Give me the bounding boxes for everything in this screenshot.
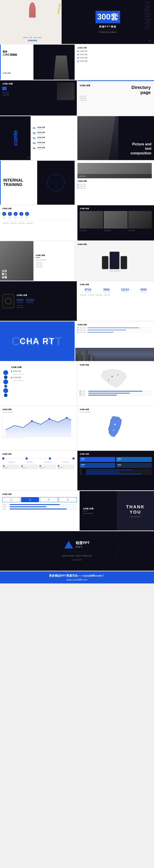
sn3: 12210 点击输入标题 <box>117 288 133 292</box>
logo-triangle-icon <box>64 541 73 549</box>
box-blue1: 点击输入 标题文字 <box>80 457 115 462</box>
toc-conte-slide: conte nt 01. 点击输入标题 点击输入内容 02. 点击输入标题 点击… <box>0 116 77 160</box>
num-step-3: 3 03. 点击输入 <box>14 212 18 219</box>
timeline-sub-row: 点击输入内容 点击输入内容 点击输入内容 点击输入内容 <box>2 464 75 469</box>
biz-slide: 商务 工作汇报模板 点击输入标题 rapides <box>0 44 75 80</box>
cover-row: 适合行业：商务、金融、科技等 更多精品资源 rapides 300套 高端PPT… <box>0 0 154 44</box>
l-item2: 点击输入标题 <box>80 97 152 99</box>
toc-entry-3: 03. 点击输入标题 点击输入内容 <box>33 136 74 140</box>
pic-text-title: Picture and text composition <box>130 142 151 156</box>
biz-click-title: 点击输入标题 <box>3 72 10 74</box>
dark-c-title: 点击输入标题 <box>80 453 152 455</box>
light-blue-bar-top <box>77 81 154 81</box>
thanks-sub-text: 点击输入内容说明文字 <box>130 516 141 517</box>
training-slide: INTERNAL TRAINING <box>0 161 75 205</box>
content-item-list: 点击输入标题 点击输入标题 点击输入标题 <box>77 184 152 189</box>
num-step-1: 1 01. 点击输入 <box>2 212 6 219</box>
cha-slide: CHA RT CHA RT <box>0 321 75 361</box>
dot3 <box>77 57 79 58</box>
watch-title: 点击输入标题 <box>17 294 75 297</box>
last-desc: 资深PPT设计师，擅长PPT制作与演示 <box>62 555 92 557</box>
pic-right-sub: 点击输入内容说明文字 <box>36 259 72 261</box>
cover-text1: 适合行业：商务、金融、科技等 <box>23 37 42 39</box>
content-top-photo: 点击输入标题 <box>77 163 152 178</box>
stats-title: 点击输入标题 <box>80 283 152 286</box>
stat2-num: 12218 <box>26 298 34 302</box>
devices-slide: 点击输入标题 点击输入内容说明文字 <box>75 241 154 281</box>
tablet-mockup <box>109 252 120 269</box>
phone1-mockup <box>102 256 108 269</box>
l-item3: 点击输入标题 <box>80 99 152 101</box>
boxes-left-slide: 点击输入标题 01 点击输入 02 点击输入 03 点击输入 04 点击输入 点 <box>0 491 79 530</box>
row11: 点击输入标题 点击输入内容说明文字 <box>0 406 154 450</box>
thanks-right-panel: THANK YOU 点击输入内容说明文字 <box>117 491 154 530</box>
row3: 点击输入标题 点击输入标题 点击输入标题 点击输入标题 Directory pa… <box>0 81 154 116</box>
stats-sub-items: 点击输入标题 点击输入标题 点击输入标题 点击输入标题 <box>80 294 152 296</box>
devices-row <box>77 247 152 269</box>
toc-item-4: 点击输入标题 <box>77 60 152 62</box>
svg-point-5 <box>66 417 68 419</box>
plant-icon <box>29 2 36 18</box>
box-dark4: 点击输入 标题文字 <box>116 463 152 468</box>
thanks-slide: 点击输入标题 点击输入内容说明文字 THANK YOU 点击输入内容说明文字 <box>80 491 154 530</box>
line-chart-container <box>2 414 75 436</box>
num-row: 1 01. 点击输入 2 02. 点击输入 3 03. 点击输入 4 04. 点… <box>2 212 75 219</box>
map1-slide: 点击输入标题 点击输入 点击输入 <box>77 362 154 406</box>
toc-label4: 点击输入标题 <box>79 60 87 62</box>
toc-entry-1: 01. 点击输入标题 点击输入内容 <box>33 126 74 130</box>
light-progress-bars: 点击输入 点击输入 点击输入 <box>2 504 77 509</box>
row9: CHA RT CHA RT 点击输入标题 点击输入标题 点击输入标题 <box>0 321 154 361</box>
thanks-main-title: THANK YOU <box>120 504 151 515</box>
pic-right-text: 点击输入标题 点击输入内容说明文字 点击输入标题 点击输入标题 点击输入标题 <box>33 241 74 281</box>
arrow-title: 点击输入标题 <box>2 453 75 455</box>
dark-left-slide: 点击输入标题 点击输入标题 点击输入标题 <box>0 81 77 116</box>
logo-sub-text: 朱旭飞 <box>76 546 89 549</box>
last-bg-deco2 <box>108 531 154 571</box>
toc-entry-5: 05. 点击输入标题 点击输入内容 <box>33 147 74 150</box>
sn1: 8710 点击输入标题 <box>80 288 96 292</box>
watch-content: 点击输入标题 3500 点击输入标题 12218 点击输入标题 点击输入标题 点… <box>17 294 75 308</box>
training-right <box>37 161 74 205</box>
row12: 点击输入标题 点击输入标题 点击输入标题 点击输入标题 点击输入标题 点击输入内… <box>0 451 154 490</box>
cha-main-text: CHA RT <box>20 337 55 346</box>
biz-title-text: 商务 工作汇报模板 <box>3 50 17 56</box>
svg-point-4 <box>48 418 50 420</box>
svg-point-3 <box>31 420 33 422</box>
conte-text: conte <box>12 130 19 146</box>
line-chart-slide: 点击输入标题 点击输入内容说明文字 <box>0 406 77 450</box>
ci-2: 点击输入标题 <box>77 186 152 187</box>
light-items: 点击输入标题 点击输入标题 点击输入标题 <box>80 95 152 101</box>
toc-item-1: 点击输入标题 <box>77 50 152 52</box>
svg-point-2 <box>108 380 109 381</box>
row2: 商务 工作汇报模板 点击输入标题 rapides 点击输入标题 点击输入标题 点… <box>0 44 154 80</box>
footer-banner: 更多精品PPT资源尽在——sucai999.com！ www.sucai999.… <box>0 571 154 583</box>
row4: conte nt 01. 点击输入标题 点击输入内容 02. 点击输入标题 点击… <box>0 116 154 160</box>
num-step-2: 2 02. 点击输入 <box>8 212 12 219</box>
map1-title: 点击输入标题 <box>80 364 152 366</box>
cover-left-panel: 适合行业：商务、金融、科技等 更多精品资源 <box>0 0 65 44</box>
row13: 点击输入标题 01 点击输入 02 点击输入 03 点击输入 04 点击输入 点 <box>0 491 154 530</box>
training-left: INTERNAL TRAINING <box>0 161 37 205</box>
last-card-slide: 锐普PPT 朱旭飞 资深PPT设计师，擅长PPT制作与演示 点击输入内容 <box>0 531 154 571</box>
numbered-slide: 点击输入标题 1 01. 点击输入 2 02. 点击输入 3 03. 点击输入 … <box>0 205 77 241</box>
num-divider <box>2 220 75 221</box>
dark-bg-photo <box>57 83 75 100</box>
pic-left-photo: 点击 输入 标题 <box>0 241 33 281</box>
hex-items: 点击输入标题 点击输入内容说明文字 点击输入标题 点击输入内容说明文字 <box>11 370 75 381</box>
timeline-row <box>2 457 75 460</box>
thanks-left-panel: 点击输入标题 点击输入内容说明文字 <box>80 491 117 530</box>
watch-stats-row: 3500 点击输入标题 12218 点击输入标题 <box>17 298 75 303</box>
dir-page-text: page <box>131 90 151 95</box>
arrow-slide: 点击输入标题 点击输入标题 点击输入标题 点击输入标题 点击输入标题 点击输入内… <box>0 451 77 490</box>
pic-main-label: 点击 输入 标题 <box>2 270 32 279</box>
stat2-label: 点击输入标题 <box>26 302 34 303</box>
devices-title: 点击输入标题 <box>77 243 152 246</box>
pic-blue-bar <box>36 257 40 258</box>
cover-badge: 300套 <box>96 11 120 23</box>
toc-entry-4: 04. 点击输入标题 点击输入内容 <box>33 142 74 145</box>
dark-progress-bars: 点击 输入 标题 <box>80 469 152 474</box>
ci-1: 点击输入标题 <box>77 184 152 185</box>
map2-title: 点击输入标题 <box>80 408 152 411</box>
biz-rapides: rapides <box>25 46 33 71</box>
rapides-deco: rapides <box>143 1 153 29</box>
